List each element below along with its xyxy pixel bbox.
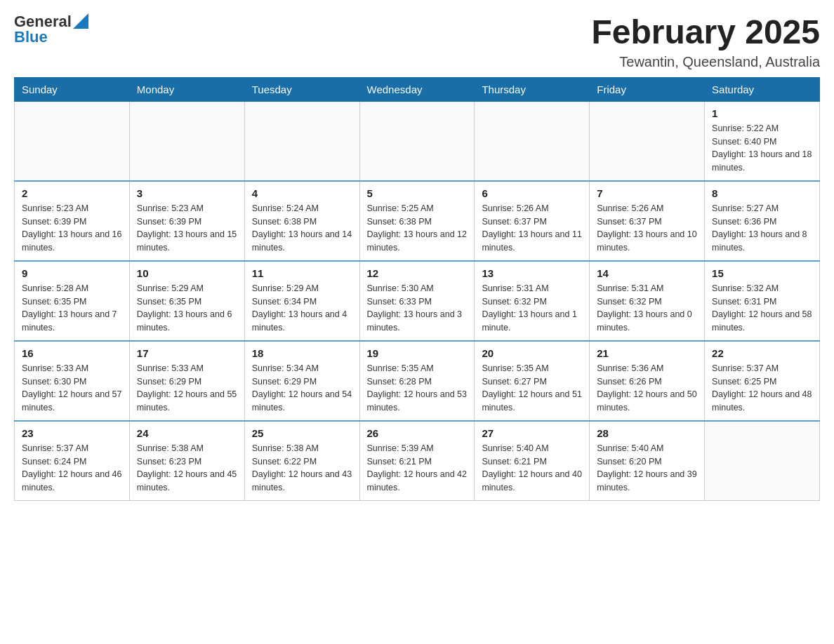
day-info: Sunrise: 5:32 AMSunset: 6:31 PMDaylight:… bbox=[712, 282, 812, 335]
day-info: Sunrise: 5:26 AMSunset: 6:37 PMDaylight:… bbox=[597, 202, 697, 255]
table-row: 4Sunrise: 5:24 AMSunset: 6:38 PMDaylight… bbox=[244, 181, 359, 261]
calendar-table: Sunday Monday Tuesday Wednesday Thursday… bbox=[14, 77, 820, 501]
calendar-week-row: 9Sunrise: 5:28 AMSunset: 6:35 PMDaylight… bbox=[15, 261, 820, 341]
logo-general-text: General bbox=[14, 14, 72, 29]
table-row: 21Sunrise: 5:36 AMSunset: 6:26 PMDayligh… bbox=[590, 341, 705, 421]
day-info: Sunrise: 5:24 AMSunset: 6:38 PMDaylight:… bbox=[252, 202, 352, 255]
day-number: 8 bbox=[712, 187, 812, 199]
day-info: Sunrise: 5:31 AMSunset: 6:32 PMDaylight:… bbox=[597, 282, 697, 335]
table-row bbox=[129, 101, 244, 181]
day-info: Sunrise: 5:37 AMSunset: 6:24 PMDaylight:… bbox=[22, 442, 122, 495]
day-number: 24 bbox=[137, 427, 237, 439]
page-header: General Blue February 2025 Tewantin, Que… bbox=[14, 14, 820, 70]
calendar-week-row: 1Sunrise: 5:22 AMSunset: 6:40 PMDaylight… bbox=[15, 101, 820, 181]
table-row: 6Sunrise: 5:26 AMSunset: 6:37 PMDaylight… bbox=[475, 181, 590, 261]
day-info: Sunrise: 5:29 AMSunset: 6:35 PMDaylight:… bbox=[137, 282, 237, 335]
day-info: Sunrise: 5:25 AMSunset: 6:38 PMDaylight:… bbox=[367, 202, 468, 255]
logo-blue-text: Blue bbox=[14, 28, 48, 46]
table-row: 18Sunrise: 5:34 AMSunset: 6:29 PMDayligh… bbox=[244, 341, 359, 421]
day-number: 16 bbox=[22, 347, 122, 359]
day-info: Sunrise: 5:22 AMSunset: 6:40 PMDaylight:… bbox=[712, 122, 812, 175]
day-info: Sunrise: 5:28 AMSunset: 6:35 PMDaylight:… bbox=[22, 282, 122, 335]
table-row: 15Sunrise: 5:32 AMSunset: 6:31 PMDayligh… bbox=[705, 261, 820, 341]
day-number: 14 bbox=[597, 267, 697, 279]
table-row bbox=[590, 101, 705, 181]
table-row: 14Sunrise: 5:31 AMSunset: 6:32 PMDayligh… bbox=[590, 261, 705, 341]
header-tuesday: Tuesday bbox=[244, 77, 359, 101]
day-number: 21 bbox=[597, 347, 697, 359]
calendar-week-row: 2Sunrise: 5:23 AMSunset: 6:39 PMDaylight… bbox=[15, 181, 820, 261]
table-row: 9Sunrise: 5:28 AMSunset: 6:35 PMDaylight… bbox=[15, 261, 130, 341]
day-info: Sunrise: 5:37 AMSunset: 6:25 PMDaylight:… bbox=[712, 362, 812, 415]
table-row: 19Sunrise: 5:35 AMSunset: 6:28 PMDayligh… bbox=[359, 341, 475, 421]
day-info: Sunrise: 5:35 AMSunset: 6:28 PMDaylight:… bbox=[367, 362, 468, 415]
table-row: 2Sunrise: 5:23 AMSunset: 6:39 PMDaylight… bbox=[15, 181, 130, 261]
day-info: Sunrise: 5:38 AMSunset: 6:23 PMDaylight:… bbox=[137, 442, 237, 495]
header-friday: Friday bbox=[590, 77, 705, 101]
day-info: Sunrise: 5:36 AMSunset: 6:26 PMDaylight:… bbox=[597, 362, 697, 415]
day-number: 26 bbox=[367, 427, 468, 439]
header-sunday: Sunday bbox=[15, 77, 130, 101]
day-info: Sunrise: 5:33 AMSunset: 6:29 PMDaylight:… bbox=[137, 362, 237, 415]
table-row: 13Sunrise: 5:31 AMSunset: 6:32 PMDayligh… bbox=[475, 261, 590, 341]
table-row: 11Sunrise: 5:29 AMSunset: 6:34 PMDayligh… bbox=[244, 261, 359, 341]
title-area: February 2025 Tewantin, Queensland, Aust… bbox=[591, 14, 820, 70]
day-number: 17 bbox=[137, 347, 237, 359]
table-row bbox=[359, 101, 475, 181]
table-row: 16Sunrise: 5:33 AMSunset: 6:30 PMDayligh… bbox=[15, 341, 130, 421]
logo: General Blue bbox=[14, 14, 88, 45]
day-number: 19 bbox=[367, 347, 468, 359]
day-info: Sunrise: 5:31 AMSunset: 6:32 PMDaylight:… bbox=[482, 282, 582, 335]
day-number: 15 bbox=[712, 267, 812, 279]
day-info: Sunrise: 5:29 AMSunset: 6:34 PMDaylight:… bbox=[252, 282, 352, 335]
day-number: 5 bbox=[367, 187, 468, 199]
day-number: 7 bbox=[597, 187, 697, 199]
day-number: 3 bbox=[137, 187, 237, 199]
table-row: 17Sunrise: 5:33 AMSunset: 6:29 PMDayligh… bbox=[129, 341, 244, 421]
day-number: 2 bbox=[22, 187, 122, 199]
day-info: Sunrise: 5:38 AMSunset: 6:22 PMDaylight:… bbox=[252, 442, 352, 495]
day-number: 28 bbox=[597, 427, 697, 439]
table-row: 20Sunrise: 5:35 AMSunset: 6:27 PMDayligh… bbox=[475, 341, 590, 421]
table-row: 8Sunrise: 5:27 AMSunset: 6:36 PMDaylight… bbox=[705, 181, 820, 261]
day-number: 22 bbox=[712, 347, 812, 359]
day-number: 10 bbox=[137, 267, 237, 279]
day-number: 13 bbox=[482, 267, 582, 279]
day-number: 4 bbox=[252, 187, 352, 199]
table-row: 5Sunrise: 5:25 AMSunset: 6:38 PMDaylight… bbox=[359, 181, 475, 261]
table-row: 1Sunrise: 5:22 AMSunset: 6:40 PMDaylight… bbox=[705, 101, 820, 181]
table-row: 24Sunrise: 5:38 AMSunset: 6:23 PMDayligh… bbox=[129, 421, 244, 501]
table-row: 28Sunrise: 5:40 AMSunset: 6:20 PMDayligh… bbox=[590, 421, 705, 501]
day-number: 11 bbox=[252, 267, 352, 279]
table-row bbox=[15, 101, 130, 181]
svg-marker-0 bbox=[73, 13, 88, 29]
table-row bbox=[705, 421, 820, 501]
calendar-header-row: Sunday Monday Tuesday Wednesday Thursday… bbox=[15, 77, 820, 101]
month-title: February 2025 bbox=[591, 14, 820, 51]
calendar-week-row: 16Sunrise: 5:33 AMSunset: 6:30 PMDayligh… bbox=[15, 341, 820, 421]
day-info: Sunrise: 5:23 AMSunset: 6:39 PMDaylight:… bbox=[22, 202, 122, 255]
day-info: Sunrise: 5:23 AMSunset: 6:39 PMDaylight:… bbox=[137, 202, 237, 255]
table-row: 23Sunrise: 5:37 AMSunset: 6:24 PMDayligh… bbox=[15, 421, 130, 501]
table-row: 10Sunrise: 5:29 AMSunset: 6:35 PMDayligh… bbox=[129, 261, 244, 341]
table-row: 27Sunrise: 5:40 AMSunset: 6:21 PMDayligh… bbox=[475, 421, 590, 501]
table-row: 7Sunrise: 5:26 AMSunset: 6:37 PMDaylight… bbox=[590, 181, 705, 261]
day-number: 1 bbox=[712, 107, 812, 119]
logo-arrow-icon bbox=[73, 13, 88, 29]
table-row bbox=[244, 101, 359, 181]
table-row: 12Sunrise: 5:30 AMSunset: 6:33 PMDayligh… bbox=[359, 261, 475, 341]
day-info: Sunrise: 5:30 AMSunset: 6:33 PMDaylight:… bbox=[367, 282, 468, 335]
day-info: Sunrise: 5:35 AMSunset: 6:27 PMDaylight:… bbox=[482, 362, 582, 415]
day-info: Sunrise: 5:27 AMSunset: 6:36 PMDaylight:… bbox=[712, 202, 812, 255]
calendar-week-row: 23Sunrise: 5:37 AMSunset: 6:24 PMDayligh… bbox=[15, 421, 820, 501]
day-info: Sunrise: 5:34 AMSunset: 6:29 PMDaylight:… bbox=[252, 362, 352, 415]
day-info: Sunrise: 5:33 AMSunset: 6:30 PMDaylight:… bbox=[22, 362, 122, 415]
day-number: 20 bbox=[482, 347, 582, 359]
day-number: 12 bbox=[367, 267, 468, 279]
table-row: 26Sunrise: 5:39 AMSunset: 6:21 PMDayligh… bbox=[359, 421, 475, 501]
header-saturday: Saturday bbox=[705, 77, 820, 101]
header-wednesday: Wednesday bbox=[359, 77, 475, 101]
day-number: 25 bbox=[252, 427, 352, 439]
day-info: Sunrise: 5:26 AMSunset: 6:37 PMDaylight:… bbox=[482, 202, 582, 255]
day-number: 27 bbox=[482, 427, 582, 439]
